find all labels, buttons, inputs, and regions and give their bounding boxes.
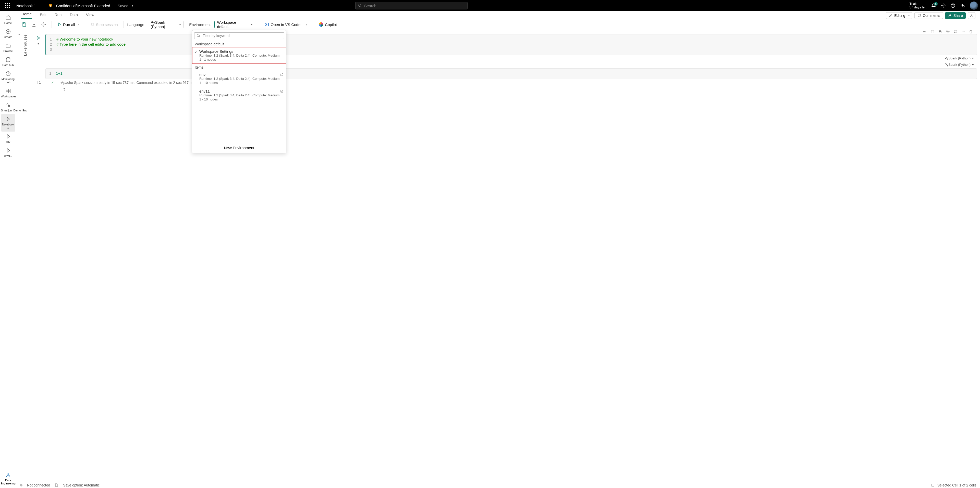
comment-icon[interactable] bbox=[952, 28, 959, 35]
cell-lang-label: PySpark (Python) bbox=[945, 56, 970, 60]
share-label: Share bbox=[953, 14, 963, 17]
svg-point-24 bbox=[963, 32, 963, 32]
cell-language-picker[interactable]: PySpark (Python) ▾ bbox=[945, 63, 974, 67]
menubar: Home Edit Run Data View Editing ▾ Commen… bbox=[0, 11, 980, 19]
rail-home[interactable]: Home bbox=[1, 13, 15, 27]
open-external-icon[interactable] bbox=[280, 73, 283, 77]
trial-line2: 57 days left bbox=[909, 6, 926, 9]
separator bbox=[259, 21, 259, 28]
open-vscode-button[interactable]: Open in VS Code ▾ bbox=[262, 21, 310, 28]
env-item-title: env11 bbox=[199, 89, 283, 93]
collapse-icon[interactable]: ▾ bbox=[38, 42, 39, 45]
panel-expand-button[interactable]: » bbox=[16, 30, 22, 482]
tab-view[interactable]: View bbox=[86, 11, 95, 19]
sensitivity-label[interactable]: Confidential\Microsoft Extended bbox=[56, 3, 110, 8]
chevron-down-icon[interactable]: ▾ bbox=[132, 4, 133, 7]
tab-home[interactable]: Home bbox=[21, 10, 32, 19]
rail-label: Shuaijun_Demo_Env bbox=[1, 109, 27, 112]
copilot-button[interactable]: Copilot bbox=[317, 21, 339, 28]
notebook-name[interactable]: Notebook 1 bbox=[16, 3, 39, 8]
svg-rect-13 bbox=[6, 89, 8, 91]
comments-button[interactable]: Comments bbox=[915, 12, 943, 19]
env-item-env[interactable]: env Runtime: 1.2 (Spark 3.4, Delta 2.4),… bbox=[192, 70, 286, 87]
save-option-status[interactable]: Save option: Automatic bbox=[63, 483, 100, 487]
environment-value: Workspace default bbox=[217, 20, 245, 29]
convert-icon[interactable] bbox=[929, 28, 936, 35]
cell-output: 2 bbox=[31, 86, 977, 94]
env-group-default: Workspace default bbox=[192, 41, 286, 47]
notifications-icon[interactable]: 5 bbox=[931, 3, 936, 8]
more-icon[interactable] bbox=[959, 28, 967, 35]
trial-line1: Trial: bbox=[909, 2, 926, 6]
env-item-subtitle: Runtime: 1.2 (Spark 3.4, Delta 2.4), Com… bbox=[199, 54, 283, 62]
toolbar: Run all ▾ Stop session Language PySpark … bbox=[0, 19, 980, 30]
avatar[interactable] bbox=[970, 2, 978, 10]
rail-create[interactable]: Create bbox=[1, 27, 15, 41]
new-environment-button[interactable]: New Environment bbox=[192, 143, 286, 153]
run-all-button[interactable]: Run all ▾ bbox=[56, 21, 81, 28]
code-editor[interactable]: 123 # Welcome to your new notebook # Typ… bbox=[45, 34, 977, 55]
lakehouses-tab[interactable]: Lakehouses bbox=[22, 30, 29, 482]
svg-point-23 bbox=[962, 32, 963, 32]
svg-line-1 bbox=[361, 6, 362, 7]
app-launcher-icon[interactable] bbox=[4, 2, 11, 9]
cell-language-picker[interactable]: PySpark (Python) ▾ bbox=[945, 56, 974, 60]
env-item-env11[interactable]: env11 Runtime: 1.2 (Spark 3.4, Delta 2.4… bbox=[192, 87, 286, 103]
separator bbox=[85, 21, 85, 28]
env-item-title: Workspace Settings bbox=[199, 49, 283, 54]
cell-1[interactable]: M↓ ▾ 123 # Welcome to your bbox=[31, 34, 977, 55]
rail-data-hub[interactable]: Data hub bbox=[1, 55, 15, 69]
run-cell-button[interactable] bbox=[36, 36, 41, 41]
play-icon bbox=[57, 22, 62, 27]
rail-label: Data Engineering bbox=[0, 479, 16, 485]
share-button[interactable]: Share bbox=[945, 12, 966, 19]
cell-2[interactable]: 1 1+1 [1] ✓ -Apache Spark session ready … bbox=[31, 68, 977, 94]
svg-point-26 bbox=[197, 34, 199, 36]
selection-status[interactable]: Selected Cell 1 of 2 cells bbox=[937, 483, 977, 487]
svg-point-11 bbox=[6, 58, 10, 59]
trial-status[interactable]: Trial: 57 days left bbox=[909, 2, 926, 9]
markdown-icon[interactable]: M↓ bbox=[921, 28, 928, 35]
search-input[interactable]: Search bbox=[355, 2, 468, 10]
rail-monitoring[interactable]: Monitoring hub bbox=[1, 69, 15, 86]
environment-dropdown[interactable]: Workspace default ▾ bbox=[215, 21, 255, 28]
rail-data-engineering[interactable]: Data Engineering bbox=[0, 472, 16, 488]
open-external-icon[interactable] bbox=[280, 89, 283, 94]
rail-notebook1[interactable]: Notebook 1 bbox=[1, 114, 15, 132]
download-icon[interactable] bbox=[30, 20, 38, 29]
saved-indicator: - Saved bbox=[115, 3, 129, 8]
lakehouses-label: Lakehouses bbox=[23, 34, 27, 56]
settings-icon[interactable] bbox=[941, 3, 946, 8]
editing-label: Editing bbox=[894, 14, 905, 17]
topbar-right: Trial: 57 days left 5 bbox=[909, 2, 978, 10]
feedback-icon[interactable] bbox=[960, 3, 965, 8]
language-dropdown[interactable]: PySpark (Python) ▾ bbox=[148, 21, 183, 28]
connection-status[interactable]: Not connected bbox=[27, 483, 50, 487]
save-icon[interactable] bbox=[20, 20, 29, 29]
lock-icon[interactable] bbox=[937, 28, 944, 35]
editing-mode-button[interactable]: Editing ▾ bbox=[886, 12, 912, 19]
help-icon[interactable] bbox=[950, 3, 956, 8]
rail-workspaces[interactable]: Workspaces bbox=[1, 86, 15, 100]
rail-env[interactable]: env bbox=[1, 132, 15, 146]
tab-data[interactable]: Data bbox=[69, 11, 78, 19]
copilot-side-button[interactable] bbox=[968, 12, 975, 19]
freeze-icon[interactable] bbox=[944, 28, 951, 35]
svg-line-27 bbox=[199, 36, 200, 37]
rail-demo-env[interactable]: Shuaijun_Demo_Env bbox=[1, 100, 15, 114]
svg-point-7 bbox=[971, 14, 972, 16]
delete-icon[interactable] bbox=[967, 28, 974, 35]
settings-gear-icon[interactable] bbox=[39, 20, 48, 29]
svg-rect-28 bbox=[932, 484, 934, 486]
env-workspace-settings[interactable]: ✓ Workspace Settings Runtime: 1.2 (Spark… bbox=[192, 47, 286, 64]
tab-edit[interactable]: Edit bbox=[39, 11, 47, 19]
chevron-down-icon: ▾ bbox=[972, 56, 974, 60]
svg-rect-16 bbox=[8, 91, 10, 93]
rail-browse[interactable]: Browse bbox=[1, 41, 15, 55]
tab-run[interactable]: Run bbox=[54, 11, 62, 19]
copilot-label: Copilot bbox=[325, 22, 337, 27]
code-editor[interactable]: 1 1+1 bbox=[45, 68, 977, 79]
search-icon bbox=[358, 3, 362, 8]
rail-env11[interactable]: env11 bbox=[1, 146, 15, 160]
env-filter-input[interactable]: Filter by keyword bbox=[194, 32, 284, 39]
